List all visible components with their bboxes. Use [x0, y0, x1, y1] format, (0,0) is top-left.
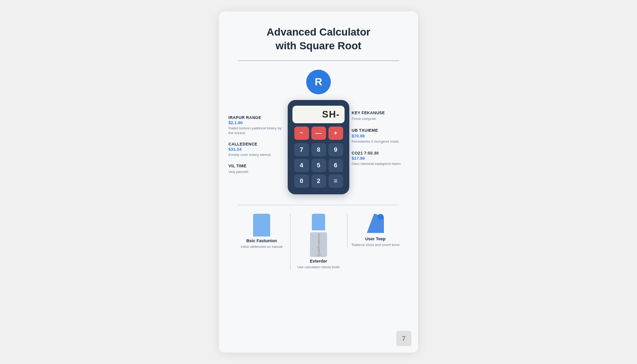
calc-display: SH- [292, 106, 345, 123]
right-annotations: KEY FEKANUSE Freue comprati. UB TXUIEME … [352, 96, 409, 167]
annotation-rvalue-1: $70.98 [352, 134, 409, 138]
left-annotations: IRAPUR RANGE $2.1.90 Radet tootoon padii… [228, 96, 285, 175]
corner-badge: 7 [396, 331, 411, 346]
calculator-center: SH- ~ — + 7 8 9 [285, 96, 352, 194]
badge-letter: R [315, 76, 322, 88]
num-6[interactable]: 6 [328, 159, 343, 172]
info-card: Advanced Calculator with Square Root R I… [219, 11, 418, 353]
svg-point-1 [378, 214, 383, 219]
user-teep-icon [367, 214, 384, 235]
calc-row-0: 7 8 9 [292, 143, 345, 156]
evterder-icon-bar [312, 214, 325, 230]
bottom-item-basic: Bsic Fastunion Intisir defienned on nanu… [233, 214, 290, 250]
user-teep-desc: Toatarus sious and woref bone [351, 243, 400, 248]
calculator-body: SH- ~ — + 7 8 9 [288, 100, 349, 194]
num-4[interactable]: 4 [294, 159, 309, 172]
annotation-desc-2: Vely pannett. [228, 170, 285, 175]
btn-equals[interactable]: = [328, 174, 343, 188]
annotation-input-range: IRAPUR RANGE $2.1.90 Radet tootoon padii… [228, 115, 285, 136]
basic-desc: Intisir defienned on nanuai [241, 245, 282, 250]
gray-rect-text: Qualifications [317, 233, 320, 256]
top-divider [238, 60, 399, 61]
user-teep-label: User Teep [365, 237, 386, 241]
num-8[interactable]: 8 [311, 143, 326, 156]
num-9[interactable]: 9 [328, 143, 343, 156]
annotation-ub-txuieme: UB TXUIEME $70.98 Formdanies it inungend… [352, 128, 409, 144]
calc-op-row: ~ — + [292, 127, 345, 140]
annotation-value-1: $31.24 [228, 147, 285, 152]
annotation-vil-time: VIL TIME Vely pannett. [228, 164, 285, 175]
evterder-label: Evterder [310, 259, 328, 264]
annotation-rvalue-2: $17.98 [352, 156, 409, 161]
bottom-divider [238, 205, 399, 206]
title-line2: with Square Root [276, 40, 362, 52]
annotation-rtitle-2: CO21 7:50.30 [352, 151, 409, 155]
op-button-2[interactable]: + [328, 127, 343, 140]
annotation-title-2: VIL TIME [228, 164, 285, 168]
annotation-value-0: $2.1.90 [228, 120, 285, 125]
main-content: IRAPUR RANGE $2.1.90 Radet tootoon padii… [228, 96, 409, 194]
title-line1: Advanced Calculator [267, 26, 371, 38]
bottom-section: Bsic Fastunion Intisir defienned on nanu… [228, 214, 409, 270]
num-5[interactable]: 5 [311, 159, 326, 172]
annotation-title-0: IRAPUR RANGE [228, 115, 285, 120]
num-0[interactable]: 0 [294, 174, 309, 188]
annotation-desc-1: Evnety cone entery otemst. [228, 153, 285, 158]
bottom-item-evterder: Qualifications Evterder Use calculaton h… [290, 214, 347, 270]
bottom-item-user-teep: User Teep Toatarus sious and woref bone [347, 214, 404, 248]
op-button-1[interactable]: — [311, 127, 326, 140]
annotation-cost: CO21 7:50.30 $17.98 Oam rdemical eadapen… [352, 151, 409, 167]
basic-label: Bsic Fastunion [246, 238, 277, 243]
user-teep-svg [367, 212, 384, 235]
annotation-desc-0: Radet tootoon padiincat binary by the en… [228, 126, 285, 136]
annotation-title-1: CALLEDENCE [228, 142, 285, 146]
card-title: Advanced Calculator with Square Root [267, 26, 371, 53]
annotation-rtitle-1: UB TXUIEME [352, 128, 409, 133]
calc-row-1: 4 5 6 [292, 159, 345, 172]
calc-numpad: 7 8 9 4 5 6 0 2 = [292, 143, 345, 188]
calc-row-2: 0 2 = [292, 174, 345, 188]
corner-badge-label: 7 [402, 335, 406, 342]
basic-icon [253, 214, 270, 237]
page-container: Advanced Calculator with Square Root R I… [0, 0, 637, 364]
op-button-0[interactable]: ~ [294, 127, 309, 140]
annotation-rtitle-0: KEY FEKANUSE [352, 110, 409, 115]
evterder-desc: Use calculaton helow bode [297, 265, 340, 270]
annotation-key-feature: KEY FEKANUSE Freue comprati. [352, 110, 409, 122]
annotation-calledence: CALLEDENCE $31.24 Evnety cone entery ote… [228, 142, 285, 158]
evterder-icon-rect: Qualifications [310, 232, 327, 257]
annotation-rdesc-1: Formdanies it inungend molot. [352, 139, 409, 145]
r-badge: R [306, 70, 331, 94]
num-2[interactable]: 2 [311, 174, 326, 188]
annotation-rdesc-2: Oam rdemical eadapend hamn. [352, 162, 409, 167]
annotation-rdesc-0: Freue comprati. [352, 117, 409, 122]
num-7[interactable]: 7 [294, 143, 309, 156]
